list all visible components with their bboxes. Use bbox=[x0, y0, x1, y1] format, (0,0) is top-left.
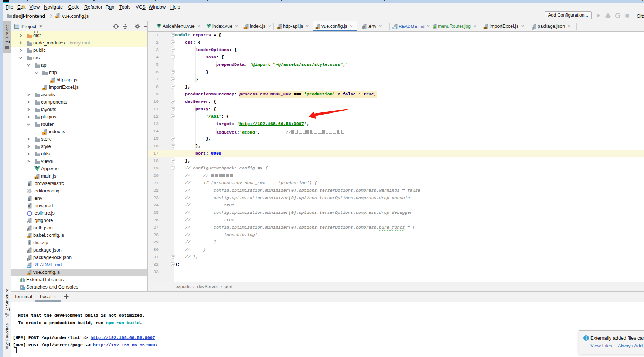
svg-text:JS: JS bbox=[27, 273, 30, 275]
svg-text:JS: JS bbox=[43, 88, 45, 90]
svg-text:JS: JS bbox=[43, 132, 45, 135]
svg-text:MD: MD bbox=[27, 266, 31, 268]
svg-text:JS: JS bbox=[35, 177, 38, 179]
svg-text:JS: JS bbox=[484, 27, 487, 29]
svg-text:{}: {} bbox=[27, 228, 30, 231]
svg-text:JS: JS bbox=[244, 27, 247, 29]
svg-text:{}: {} bbox=[27, 257, 30, 261]
svg-text:JS: JS bbox=[316, 27, 318, 29]
svg-text:JS: JS bbox=[27, 236, 30, 238]
svg-text:JS: JS bbox=[277, 27, 280, 29]
svg-text:MD: MD bbox=[393, 27, 396, 29]
svg-text:{}: {} bbox=[27, 250, 30, 253]
svg-text:{}: {} bbox=[532, 26, 535, 30]
svg-text:JS: JS bbox=[55, 16, 58, 18]
svg-text:JS: JS bbox=[51, 81, 53, 83]
